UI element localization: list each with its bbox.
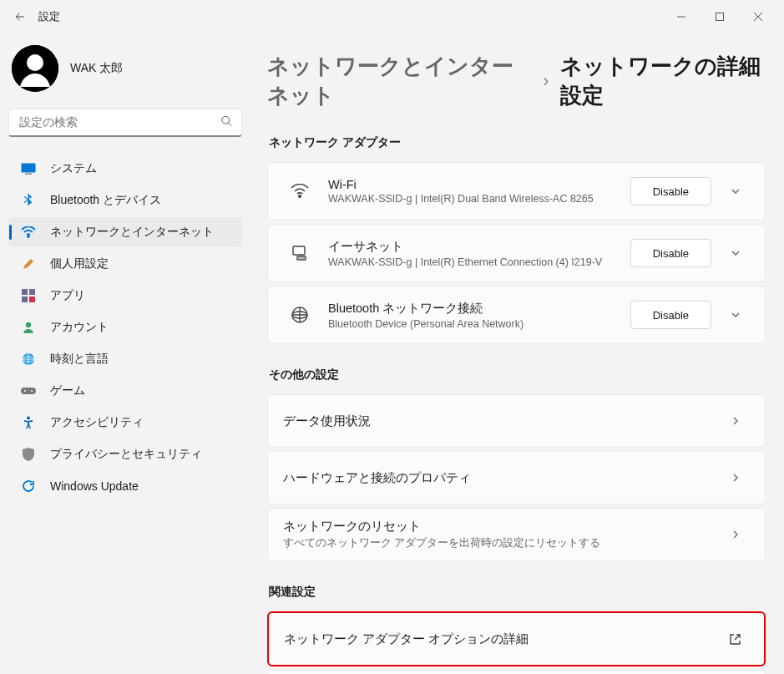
disable-button[interactable]: Disable (630, 177, 711, 205)
back-button[interactable] (7, 3, 33, 30)
bluetooth-net-icon (283, 307, 316, 323)
svg-rect-7 (22, 289, 28, 295)
nav-label: プライバシーとセキュリティ (50, 447, 202, 462)
adapter-sub: Bluetooth Device (Personal Area Network) (328, 318, 630, 330)
bluetooth-icon (20, 192, 37, 209)
svg-rect-0 (716, 13, 724, 21)
update-icon (20, 478, 37, 494)
globe-icon (20, 351, 37, 367)
adapter-title: Wi-Fi (328, 178, 630, 191)
svg-rect-19 (293, 246, 305, 255)
section-related-header: 関連設定 (269, 585, 766, 600)
nav-label: 時刻と言語 (50, 352, 109, 367)
window-controls (662, 3, 777, 30)
minimize-button[interactable] (662, 3, 701, 30)
avatar (12, 45, 58, 92)
row-sub: すべてのネットワーク アダプターを出荷時の設定にリセットする (283, 536, 711, 550)
nav-label: アプリ (50, 288, 85, 303)
search-input[interactable] (19, 116, 213, 129)
nav-personalization[interactable]: 個人用設定 (8, 249, 242, 279)
page-title: ネットワークの詳細設定 (560, 52, 766, 110)
svg-rect-9 (22, 296, 28, 302)
svg-rect-14 (21, 388, 36, 394)
brush-icon (20, 256, 37, 272)
ethernet-icon (283, 246, 316, 261)
chevron-down-icon[interactable] (723, 185, 748, 197)
adapter-ethernet[interactable]: イーサネット WAKWAK-SSID-g | Intel(R) Ethernet… (267, 224, 766, 282)
nav-accessibility[interactable]: アクセシビリティ (8, 408, 242, 438)
breadcrumb: ネットワークとインターネット › ネットワークの詳細設定 (267, 52, 766, 110)
disable-button[interactable]: Disable (630, 239, 711, 267)
breadcrumb-parent[interactable]: ネットワークとインターネット (267, 52, 531, 110)
row-title: データ使用状況 (283, 413, 711, 429)
adapter-bluetooth[interactable]: Bluetooth ネットワーク接続 Bluetooth Device (Per… (267, 286, 766, 344)
nav-label: 個人用設定 (50, 256, 109, 271)
svg-rect-10 (29, 296, 35, 302)
data-usage-row[interactable]: データ使用状況 (267, 394, 766, 448)
profile[interactable]: WAK 太郎 (8, 38, 242, 109)
search-icon (220, 114, 233, 130)
nav-apps[interactable]: アプリ (8, 281, 242, 311)
firewall-row[interactable]: Windows ファイアウォール (267, 670, 766, 674)
nav-gaming[interactable]: ゲーム (8, 376, 242, 406)
network-reset-row[interactable]: ネットワークのリセット すべてのネットワーク アダプターを出荷時の設定にリセット… (267, 508, 766, 561)
section-adapters-header: ネットワーク アダプター (269, 135, 766, 150)
adapter-sub: WAKWAK-SSID-g | Intel(R) Dual Band Wirel… (328, 193, 630, 205)
row-title: ネットワーク アダプター オプションの詳細 (284, 631, 711, 647)
chevron-down-icon[interactable] (723, 247, 748, 259)
titlebar: 設定 (0, 0, 784, 33)
nav-label: ネットワークとインターネット (50, 225, 214, 240)
svg-point-2 (27, 54, 43, 71)
main-content: ネットワークとインターネット › ネットワークの詳細設定 ネットワーク アダプタ… (250, 33, 784, 674)
svg-rect-8 (29, 289, 35, 295)
search-box[interactable] (8, 109, 242, 137)
close-button[interactable] (739, 3, 777, 30)
apps-icon (20, 287, 37, 304)
account-icon (20, 319, 37, 336)
shield-icon (20, 446, 37, 463)
adapter-options-row[interactable]: ネットワーク アダプター オプションの詳細 (267, 611, 766, 666)
window-title: 設定 (38, 10, 60, 24)
chevron-down-icon[interactable] (723, 309, 748, 321)
nav-network[interactable]: ネットワークとインターネット (8, 217, 242, 247)
nav-accounts[interactable]: アカウント (8, 312, 242, 342)
adapter-title: Bluetooth ネットワーク接続 (328, 301, 630, 317)
row-title: ハードウェアと接続のプロパティ (283, 470, 711, 486)
nav-bluetooth[interactable]: Bluetooth とデバイス (8, 185, 242, 215)
nav-privacy[interactable]: プライバシーとセキュリティ (8, 439, 242, 469)
adapter-wifi[interactable]: Wi-Fi WAKWAK-SSID-g | Intel(R) Dual Band… (267, 162, 766, 220)
profile-name: WAK 太郎 (70, 61, 123, 76)
svg-point-17 (27, 417, 30, 420)
hw-properties-row[interactable]: ハードウェアと接続のプロパティ (267, 451, 766, 504)
nav-time-language[interactable]: 時刻と言語 (8, 344, 242, 374)
svg-point-18 (299, 195, 301, 198)
nav-label: ゲーム (50, 383, 85, 398)
adapter-title: イーサネット (328, 239, 630, 255)
nav-system[interactable]: システム (8, 154, 242, 184)
svg-point-6 (28, 236, 29, 237)
svg-point-3 (222, 116, 230, 124)
svg-rect-4 (22, 164, 36, 173)
wifi-icon (20, 224, 37, 241)
adapter-sub: WAKWAK-SSID-g | Intel(R) Ethernet Connec… (328, 256, 630, 268)
wifi-icon (283, 184, 316, 199)
svg-point-11 (26, 322, 31, 327)
accessibility-icon (20, 414, 37, 431)
svg-point-16 (31, 390, 33, 392)
external-link-icon (722, 633, 747, 646)
sidebar: WAK 太郎 システム Bluetooth とデバイス ネットワークとインターネ… (0, 33, 250, 674)
row-title: ネットワークのリセット (283, 519, 711, 535)
disable-button[interactable]: Disable (630, 301, 711, 329)
nav-windows-update[interactable]: Windows Update (8, 471, 242, 501)
chevron-right-icon (723, 415, 748, 427)
svg-rect-5 (25, 174, 32, 175)
nav-label: アクセシビリティ (50, 415, 144, 430)
nav: システム Bluetooth とデバイス ネットワークとインターネット 個人用設… (8, 154, 242, 501)
nav-label: システム (50, 161, 97, 176)
chevron-right-icon: › (543, 70, 549, 92)
nav-label: アカウント (50, 320, 109, 335)
maximize-button[interactable] (701, 3, 739, 30)
chevron-right-icon (723, 529, 748, 540)
chevron-right-icon (723, 472, 748, 484)
system-icon (20, 160, 37, 177)
